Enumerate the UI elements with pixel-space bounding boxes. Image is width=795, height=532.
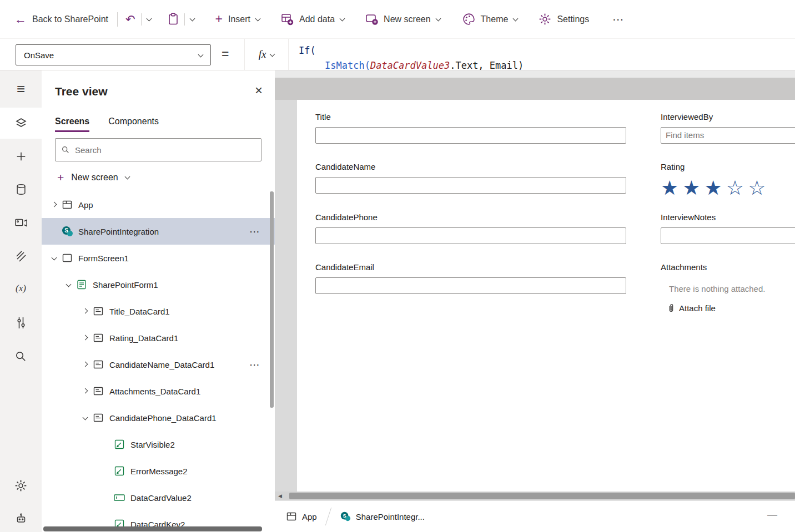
canvas-header-band bbox=[275, 78, 795, 100]
chevron-right-icon[interactable] bbox=[80, 337, 90, 340]
close-icon[interactable]: × bbox=[255, 84, 263, 97]
panel-title: Tree view bbox=[55, 85, 108, 98]
add-data-button[interactable]: Add data bbox=[281, 13, 344, 26]
screen-tabs-bar: App S SharePointIntegr... — bbox=[275, 500, 795, 532]
more-commands-button[interactable]: ⋯ bbox=[612, 13, 625, 26]
chevron-down-icon[interactable] bbox=[63, 283, 73, 286]
star-empty-icon[interactable]: ☆ bbox=[748, 176, 769, 199]
tree-item-label: FormScreen1 bbox=[78, 254, 129, 263]
candidateemail-input[interactable] bbox=[315, 277, 626, 294]
search-input[interactable] bbox=[75, 145, 255, 155]
tree-item-label: CandidatePhone_DataCard1 bbox=[109, 413, 217, 423]
tree-item-datacardvalue2[interactable]: DataCardValue2 bbox=[42, 484, 275, 511]
insert-rail-button[interactable] bbox=[0, 141, 42, 172]
candidatephone-input[interactable] bbox=[315, 227, 626, 244]
new-screen-panel-button[interactable]: + New screen bbox=[57, 171, 129, 183]
tree-item-candidatename-datacard1[interactable]: CandidateName_DataCard1 ⋯ bbox=[42, 351, 275, 378]
canvas-horizontal-scrollbar[interactable]: ◀ bbox=[275, 492, 795, 500]
scroll-left-arrow-icon[interactable]: ◀ bbox=[278, 493, 282, 499]
text-input-icon bbox=[113, 492, 125, 503]
property-selector[interactable]: OnSave bbox=[16, 44, 211, 65]
tree-view-rail-button[interactable] bbox=[0, 108, 42, 139]
tab-divider bbox=[325, 508, 331, 526]
more-actions-icon[interactable]: ⋯ bbox=[249, 358, 260, 371]
media-rail-button[interactable] bbox=[0, 207, 42, 239]
tab-sharepointintegration[interactable]: S SharePointIntegr... bbox=[340, 511, 425, 522]
top-toolbar: ← Back to SharePoint ↶ + Insert bbox=[0, 0, 795, 39]
tree-horizontal-scrollbar[interactable] bbox=[43, 526, 262, 531]
tree-item-rating-datacard1[interactable]: Rating_DataCard1 bbox=[42, 325, 275, 351]
back-button[interactable]: ← Back to SharePoint bbox=[14, 13, 108, 26]
tree-search-box bbox=[55, 138, 261, 161]
media-icon bbox=[14, 217, 28, 229]
interviewnotes-input[interactable] bbox=[661, 227, 795, 244]
tree-item-errormessage2[interactable]: ErrorMessage2 bbox=[42, 458, 275, 484]
canvas-area: Title CandidateName CandidatePhone Candi… bbox=[275, 70, 795, 532]
paste-button[interactable] bbox=[168, 13, 179, 26]
field-label: CandidateName bbox=[315, 162, 626, 171]
undo-button[interactable]: ↶ bbox=[125, 13, 135, 25]
chevron-right-icon[interactable] bbox=[80, 310, 90, 313]
tree-item-formscreen1[interactable]: FormScreen1 bbox=[42, 245, 275, 271]
tree-item-label: DataCardValue2 bbox=[130, 493, 192, 503]
chevron-down-icon[interactable] bbox=[80, 417, 90, 419]
tab-app[interactable]: App bbox=[286, 511, 317, 521]
hamburger-menu-button[interactable]: ≡ bbox=[0, 73, 42, 104]
star-filled-icon[interactable]: ★ bbox=[682, 176, 704, 199]
star-filled-icon[interactable]: ★ bbox=[661, 176, 682, 199]
tree-item-title-datacard1[interactable]: Title_DataCard1 bbox=[42, 298, 275, 325]
fx-dropdown[interactable]: fx bbox=[244, 39, 289, 70]
sharepoint-form-preview[interactable]: Title CandidateName CandidatePhone Candi… bbox=[297, 100, 795, 492]
minimize-icon[interactable]: — bbox=[767, 509, 777, 520]
app-settings-rail-button[interactable] bbox=[0, 470, 42, 501]
svg-text:S: S bbox=[64, 227, 68, 234]
chevron-right-icon[interactable] bbox=[80, 363, 90, 366]
star-filled-icon[interactable]: ★ bbox=[705, 176, 726, 199]
tab-screens[interactable]: Screens bbox=[55, 116, 89, 132]
virtual-agent-rail-button[interactable] bbox=[0, 503, 42, 532]
variables-icon: (x) bbox=[16, 283, 26, 294]
advanced-tools-rail-button[interactable] bbox=[0, 307, 42, 338]
candidatename-input[interactable] bbox=[315, 177, 626, 194]
chevron-down-icon[interactable] bbox=[49, 257, 59, 260]
sharepoint-icon: S bbox=[61, 225, 73, 237]
rating-stars[interactable]: ★★★☆☆ bbox=[661, 177, 769, 199]
formula-editor[interactable]: If( IsMatch(DataCardValue3.Text, Email) bbox=[293, 39, 795, 70]
search-rail-button[interactable] bbox=[0, 341, 42, 372]
tree-item-app[interactable]: App bbox=[42, 191, 275, 218]
search-icon bbox=[14, 350, 27, 363]
data-rail-button[interactable] bbox=[0, 174, 42, 205]
field-candidatephone: CandidatePhone bbox=[315, 212, 626, 244]
new-screen-button[interactable]: New screen bbox=[365, 13, 440, 26]
tree-item-attachments-datacard1[interactable]: Attachments_DataCard1 bbox=[42, 378, 275, 404]
tree-item-starvisible2[interactable]: StarVisible2 bbox=[42, 431, 275, 458]
attach-file-button[interactable]: Attach file bbox=[667, 303, 765, 313]
undo-menu-button[interactable] bbox=[147, 18, 151, 21]
chevron-right-icon[interactable] bbox=[80, 390, 90, 393]
title-input[interactable] bbox=[315, 127, 626, 144]
new-screen-label: New screen bbox=[384, 14, 430, 24]
database-icon bbox=[15, 183, 27, 196]
chevron-right-icon[interactable] bbox=[49, 204, 59, 206]
more-actions-icon[interactable]: ⋯ bbox=[249, 225, 260, 238]
divider bbox=[141, 13, 142, 26]
theme-button[interactable]: Theme bbox=[462, 13, 518, 26]
tree-item-candidatephone-datacard1[interactable]: CandidatePhone_DataCard1 bbox=[42, 404, 275, 431]
settings-button[interactable]: Settings bbox=[539, 13, 589, 26]
scrollbar-thumb[interactable] bbox=[289, 493, 795, 499]
paste-menu-button[interactable] bbox=[190, 18, 194, 21]
tab-components[interactable]: Components bbox=[108, 116, 159, 132]
variables-rail-button[interactable]: (x) bbox=[0, 273, 42, 304]
tree-item-sharepointform1[interactable]: SharePointForm1 bbox=[42, 271, 275, 298]
interviewedby-combobox[interactable] bbox=[661, 127, 795, 144]
field-label: Attachments bbox=[661, 262, 765, 272]
field-label: CandidateEmail bbox=[315, 262, 626, 272]
chevron-down-icon bbox=[198, 52, 204, 57]
tree-vertical-scrollbar[interactable] bbox=[270, 191, 274, 408]
formula-line-1: If( bbox=[299, 45, 795, 56]
power-automate-rail-button[interactable] bbox=[0, 241, 42, 272]
tree-item-sharepointintegration[interactable]: S SharePointIntegration ⋯ bbox=[42, 218, 275, 245]
insert-button[interactable]: + Insert bbox=[215, 13, 260, 26]
star-empty-icon[interactable]: ☆ bbox=[726, 176, 748, 199]
add-data-icon bbox=[281, 13, 294, 26]
